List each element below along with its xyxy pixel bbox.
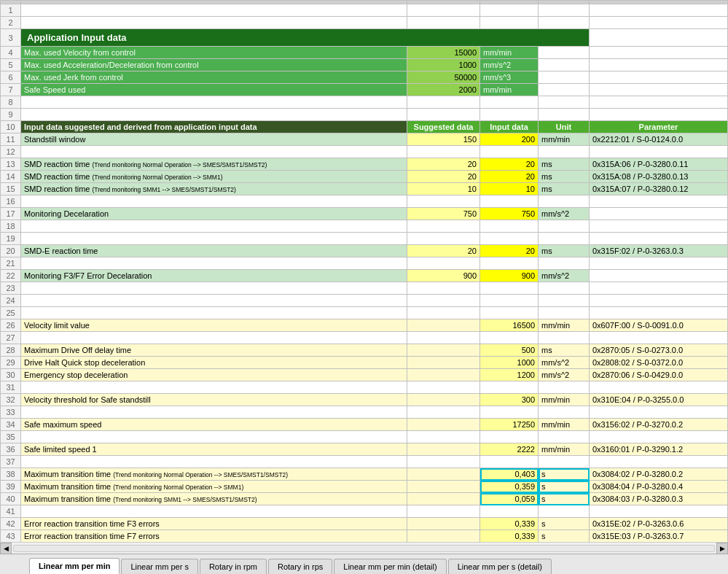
scroll-right-btn[interactable]: ▶ [716, 543, 728, 554]
row-num-11: 11 [1, 133, 21, 146]
cell-23c [407, 282, 480, 295]
cell-24c [407, 295, 480, 307]
cell-22d[interactable]: 900 [480, 270, 539, 282]
cell-15c: 10 [407, 183, 480, 195]
row-18: 18 [1, 220, 728, 233]
cell-25d [480, 307, 539, 319]
cell-11b: Standstill window [21, 133, 407, 146]
cell-41e [539, 505, 590, 518]
cell-11c: 150 [407, 133, 480, 146]
tab-linear-mm-min[interactable]: Linear mm per min [29, 558, 120, 574]
cell-27b [21, 332, 407, 344]
cell-1b [21, 4, 407, 17]
h-scrollbar[interactable]: ◀ ▶ [0, 542, 728, 554]
row-3: 3 Application Input data [1, 29, 728, 47]
cell-13d[interactable]: 20 [480, 158, 539, 171]
row-20: 20 SMD-E reaction time 20 20 ms 0x315F:0… [1, 245, 728, 257]
cell-16b [21, 195, 407, 208]
cell-6c: 50000 [407, 71, 480, 84]
cell-24d [480, 295, 539, 307]
cell-29e: mm/s^2 [539, 357, 590, 369]
cell-34e: mm/min [539, 419, 590, 431]
row-43: 43 Error reaction transition time F7 err… [1, 530, 728, 543]
cell-18b [21, 220, 407, 233]
row-num-36: 36 [1, 443, 21, 456]
tab-linear-detail[interactable]: Linear mm per min (detail) [334, 559, 446, 574]
cell-23f [590, 282, 728, 295]
row-num-41: 41 [1, 505, 21, 518]
tab-rotary-rps[interactable]: Rotary in rps [268, 559, 332, 574]
cell-20d[interactable]: 20 [480, 245, 539, 257]
cell-42c [407, 518, 480, 530]
cell-31e [539, 381, 590, 394]
app-input-header: Application Input data [21, 29, 590, 47]
cell-31d [480, 381, 539, 394]
row-num-7: 7 [1, 84, 21, 96]
row-num-22: 22 [1, 270, 21, 282]
cell-11d[interactable]: 200 [480, 133, 539, 146]
main-area: 1 2 3 Application Input data [0, 0, 728, 542]
cell-34c [407, 419, 480, 431]
cell-9e [539, 109, 590, 121]
cell-32f: 0x310E:04 / P-0-3255.0.0 [590, 394, 728, 406]
cell-4e [539, 47, 590, 59]
cell-14d[interactable]: 20 [480, 171, 539, 183]
cell-35b [21, 431, 407, 443]
cell-43d: 0,339 [480, 530, 539, 543]
cell-10b: Input data suggested and derived from ap… [21, 121, 407, 133]
cell-33b [21, 406, 407, 419]
cell-14c: 20 [407, 171, 480, 183]
cell-26e: mm/min [539, 319, 590, 332]
cell-34d: 17250 [480, 419, 539, 431]
cell-26c [407, 319, 480, 332]
tab-rotary-rpm[interactable]: Rotary in rpm [200, 559, 267, 574]
row-19: 19 [1, 233, 728, 245]
row-num-43: 43 [1, 530, 21, 543]
cell-40b: Maximum transition time (Trend monitorin… [21, 493, 407, 505]
row-2: 2 [1, 17, 728, 29]
cell-35d [480, 431, 539, 443]
row-num-2: 2 [1, 17, 21, 29]
cell-35e [539, 431, 590, 443]
cell-39f: 0x3084:04 / P-0-3280.0.4 [590, 481, 728, 493]
cell-2e [539, 17, 590, 29]
cell-34f: 0x3156:02 / P-0-3270.0.2 [590, 419, 728, 431]
row-num-40: 40 [1, 493, 21, 505]
cell-6d: mm/s^3 [480, 71, 539, 84]
row-num-37: 37 [1, 456, 21, 468]
cell-39b: Maximum transition time (Trend monitorin… [21, 481, 407, 493]
cell-25c [407, 307, 480, 319]
cell-5f [590, 59, 728, 71]
cell-41f [590, 505, 728, 518]
row-38: 38 Maximum transition time (Trend monito… [1, 468, 728, 481]
cell-8e [539, 96, 590, 109]
tab-linear-s-detail[interactable]: Linear mm per s (detail) [448, 559, 552, 574]
row-num-19: 19 [1, 233, 21, 245]
scroll-track[interactable] [13, 545, 715, 552]
row-1: 1 [1, 4, 728, 17]
row-num-21: 21 [1, 257, 21, 270]
cell-19b [21, 233, 407, 245]
row-num-34: 34 [1, 419, 21, 431]
cell-43c [407, 530, 480, 543]
cell-38e: s [539, 468, 590, 481]
row-num-10: 10 [1, 121, 21, 133]
cell-2b [21, 17, 407, 29]
cell-27d [480, 332, 539, 344]
cell-6b: Max. used Jerk from control [21, 71, 407, 84]
cell-40d: 0,059 [480, 493, 539, 505]
scroll-left-btn[interactable]: ◀ [0, 543, 12, 554]
cell-20b: SMD-E reaction time [21, 245, 407, 257]
cell-15d[interactable]: 10 [480, 183, 539, 195]
row-num-29: 29 [1, 357, 21, 369]
tab-linear-mm-s[interactable]: Linear mm per s [121, 559, 197, 574]
cell-7c: 2000 [407, 84, 480, 96]
cell-38b: Maximum transition time (Trend monitorin… [21, 468, 407, 481]
row-num-17: 17 [1, 208, 21, 220]
cell-17d[interactable]: 750 [480, 208, 539, 220]
cell-15b: SMD reaction time (Trend monitoring SMM1… [21, 183, 407, 195]
cell-18d [480, 220, 539, 233]
cell-10e: Unit [539, 121, 590, 133]
cell-2c [407, 17, 480, 29]
cell-30b: Emergency stop deceleration [21, 369, 407, 381]
